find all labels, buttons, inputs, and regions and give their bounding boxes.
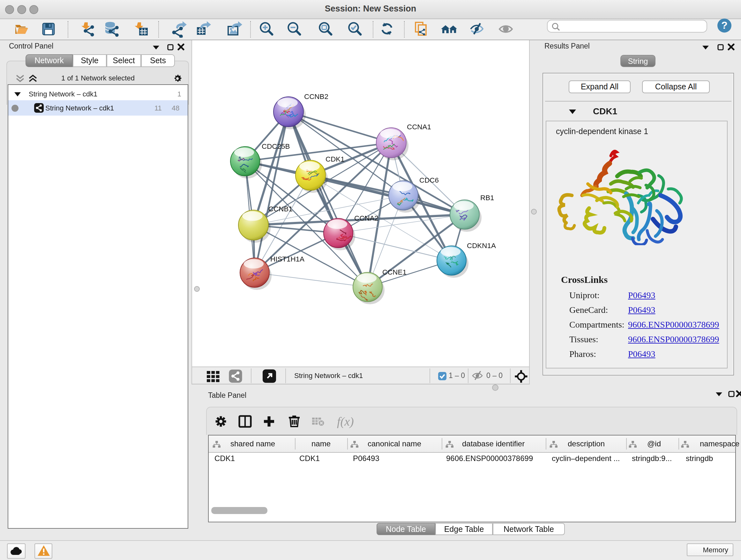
svg-text:CDK1: CDK1 — [326, 155, 345, 163]
svg-text:CCNA2: CCNA2 — [354, 214, 379, 222]
svg-text:CCNB2: CCNB2 — [304, 92, 328, 101]
svg-text:HIST1H1A: HIST1H1A — [270, 255, 305, 263]
svg-text:CDC6: CDC6 — [419, 176, 439, 184]
svg-text:CDC25B: CDC25B — [262, 142, 290, 150]
svg-text:CDKN1A: CDKN1A — [467, 242, 496, 250]
svg-text:CCNA1: CCNA1 — [407, 123, 431, 131]
svg-text:RB1: RB1 — [480, 194, 494, 202]
svg-text:CCNE1: CCNE1 — [382, 268, 407, 276]
svg-text:CCNB1: CCNB1 — [268, 205, 293, 213]
svg-text:f(x): f(x) — [337, 415, 354, 428]
